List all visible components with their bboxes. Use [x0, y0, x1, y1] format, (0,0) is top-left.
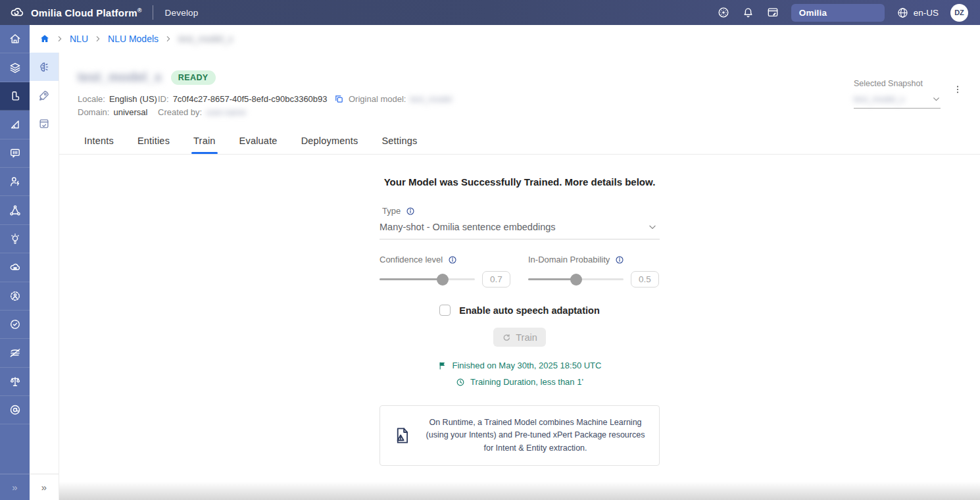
double-chevron-right-icon: »	[12, 482, 17, 493]
tabs-divider	[59, 154, 980, 155]
chevron-down-icon	[932, 95, 941, 103]
registered-mark: ®	[137, 7, 142, 14]
info-icon[interactable]	[406, 207, 415, 216]
chevron-down-icon	[648, 222, 657, 232]
tab-intents[interactable]: Intents	[82, 136, 116, 154]
confidence-slider-thumb[interactable]	[437, 274, 449, 286]
secondary-sidebar: »	[30, 53, 59, 500]
tenant-selector[interactable]: Omilia	[791, 4, 885, 22]
breadcrumb-link-nlu[interactable]: NLU	[70, 34, 88, 44]
chat-transcript-icon	[9, 147, 22, 160]
primary-rail-collapse-button[interactable]: »	[0, 474, 30, 500]
sidebar2-item-deploy[interactable]	[30, 81, 59, 109]
indomain-slider-thumb[interactable]	[570, 274, 582, 286]
brain-voice-icon	[37, 61, 51, 74]
id-field: ID:7c0f4c27-8657-40f5-8efd-c90bc3360b93	[158, 93, 349, 105]
layers-icon	[9, 61, 22, 74]
type-select[interactable]: Many-shot - Omilia sentence embeddings	[380, 222, 660, 239]
sidebar-item-cloud-services[interactable]	[0, 253, 30, 282]
chevron-right-icon	[95, 36, 101, 42]
release-notes-icon[interactable]	[766, 6, 779, 19]
train-button[interactable]: Train	[493, 328, 546, 347]
chevron-right-icon	[57, 36, 63, 42]
kebab-menu-icon[interactable]	[952, 84, 963, 95]
gear-user-icon	[9, 289, 22, 303]
tab-deployments[interactable]: Deployments	[299, 136, 360, 154]
model-tabs: Intents Entities Train Evaluate Deployme…	[82, 136, 980, 154]
speech-adaptation-checkbox[interactable]	[439, 305, 451, 316]
agent-bolt-icon	[9, 175, 22, 188]
tab-evaluate[interactable]: Evaluate	[237, 136, 280, 154]
domain-field: Domain:universal	[78, 106, 158, 118]
sidebar-item-nlu[interactable]	[0, 82, 30, 111]
breadcrumb-current-model: test_model_x	[178, 34, 233, 44]
snapshot-value: test_model_x	[854, 94, 904, 104]
notifications-bell-icon[interactable]	[742, 7, 754, 19]
user-avatar[interactable]: DZ	[950, 4, 968, 22]
breadcrumb-home-icon[interactable]	[39, 34, 50, 44]
snapshot-label: Selected Snapshot	[854, 79, 941, 88]
double-chevron-right-icon: »	[41, 482, 47, 493]
clock-icon	[456, 378, 465, 387]
snapshot-selector: Selected Snapshot test_model_x	[854, 79, 941, 109]
scales-icon	[9, 375, 22, 388]
model-meta: Locale:English (US) ID:7c0f4c27-8657-40f…	[78, 93, 577, 118]
content-bottom-shadow	[59, 482, 980, 500]
tab-entities[interactable]: Entities	[135, 136, 172, 154]
tab-train[interactable]: Train	[191, 136, 218, 154]
sidebar-item-support[interactable]	[0, 396, 30, 424]
speech-adaptation-label: Enable auto speech adaptation	[459, 305, 600, 316]
sidebar-item-home[interactable]	[0, 25, 30, 53]
type-field-label-row: Type	[382, 206, 660, 216]
breadcrumb: NLU NLU Models test_model_x	[30, 25, 980, 53]
omilia-cloud-platform-app: Omilia Cloud Platform® Develop	[0, 0, 980, 500]
copy-icon[interactable]	[334, 94, 344, 104]
snapshot-dropdown[interactable]: test_model_x	[854, 94, 941, 109]
confidence-slider[interactable]	[380, 278, 475, 280]
confidence-slider-group: Confidence level 0.7	[380, 255, 511, 288]
runtime-info-text: On Runtime, a Trained Model combines Mac…	[424, 416, 647, 455]
info-icon[interactable]	[448, 255, 457, 264]
sun-status-icon[interactable]	[717, 6, 730, 19]
retrain-refresh-icon	[502, 333, 511, 342]
globe-icon	[896, 7, 909, 19]
sidebar-item-integrations[interactable]	[0, 339, 30, 367]
locale-field: Locale:English (US)	[78, 93, 158, 105]
topbar-actions: Omilia en-US DZ	[717, 4, 980, 22]
train-panel: Your Model was Successfully Trained. Mor…	[380, 176, 660, 466]
sidebar-item-layers[interactable]	[0, 53, 30, 82]
sidebar2-item-evaluation[interactable]	[30, 109, 59, 138]
indomain-value-box[interactable]: 0.5	[631, 271, 659, 288]
secondary-rail-collapse-button[interactable]: »	[30, 474, 59, 500]
flag-icon	[438, 361, 447, 370]
sidebar-item-user-management[interactable]	[0, 282, 30, 311]
sidebar2-item-nlu-models[interactable]	[30, 53, 59, 81]
training-finished-status: Finished on May 30th, 2025 18:50 UTC	[380, 361, 660, 370]
confidence-label: Confidence level	[380, 255, 443, 264]
chevron-right-icon	[165, 36, 172, 42]
sidebar-item-orchestrator[interactable]	[0, 196, 30, 224]
type-label: Type	[382, 206, 401, 216]
indomain-slider-group: In-Domain Probability 0.5	[528, 255, 660, 288]
breadcrumb-link-nlu-models[interactable]: NLU Models	[108, 34, 159, 44]
sidebar-item-dialogs[interactable]	[0, 139, 30, 168]
document-warning-icon	[392, 426, 412, 445]
sidebar-item-agents[interactable]	[0, 168, 30, 196]
topbar-section-develop[interactable]: Develop	[165, 8, 199, 18]
language-selector[interactable]: en-US	[896, 7, 939, 19]
runtime-info-box: On Runtime, a Trained Model combines Mac…	[380, 405, 660, 466]
cloud-services-icon	[9, 261, 22, 274]
sidebar-item-compliance[interactable]	[0, 368, 30, 396]
home-icon	[9, 32, 22, 45]
indomain-slider[interactable]	[528, 278, 624, 280]
primary-sidebar: »	[0, 25, 30, 500]
sidebar-item-quality[interactable]	[0, 311, 30, 339]
info-icon[interactable]	[615, 255, 624, 264]
tab-settings[interactable]: Settings	[380, 136, 419, 154]
sidebar-item-insights[interactable]	[0, 225, 30, 253]
sidebar-item-miniapps[interactable]	[0, 111, 30, 139]
hub-lines-icon	[9, 346, 22, 359]
confidence-value-box[interactable]: 0.7	[482, 271, 510, 288]
indomain-label: In-Domain Probability	[528, 255, 610, 264]
top-bar: Omilia Cloud Platform® Develop	[0, 0, 980, 25]
